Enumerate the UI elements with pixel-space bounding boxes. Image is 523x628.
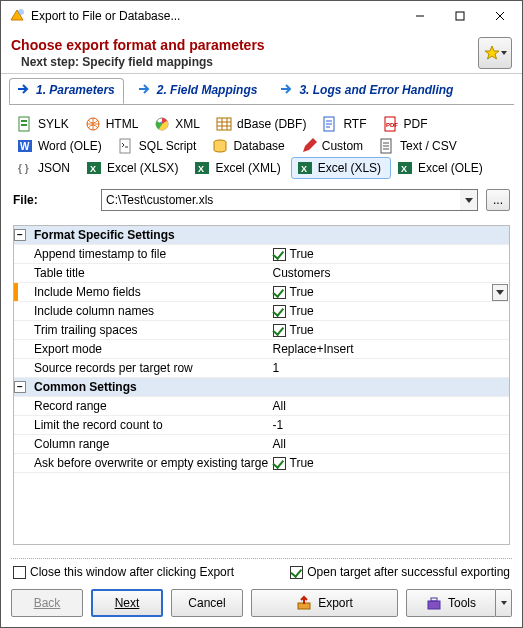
property-value[interactable]: True xyxy=(271,304,510,318)
tools-button[interactable]: Tools xyxy=(406,589,496,617)
svg-text:X: X xyxy=(198,164,204,174)
next-button[interactable]: Next xyxy=(91,589,163,617)
format-excel-xml[interactable]: XExcel (XML) xyxy=(188,157,290,179)
property-value[interactable]: True xyxy=(271,284,510,301)
property-row[interactable]: Source records per target row1 xyxy=(14,359,509,378)
checkbox-icon xyxy=(290,566,303,579)
property-row[interactable]: Ask before overwrite or empty existing t… xyxy=(14,454,509,473)
file-dropdown-button[interactable] xyxy=(460,189,478,211)
database-icon xyxy=(212,138,228,154)
property-grid: −Format Specific SettingsAppend timestam… xyxy=(13,225,510,545)
checkbox-icon xyxy=(273,286,286,299)
checkbox-icon xyxy=(13,566,26,579)
dropdown-button[interactable] xyxy=(492,284,508,301)
format-custom[interactable]: Custom xyxy=(295,135,373,157)
close-button[interactable] xyxy=(480,2,520,30)
tab-label: 2. Field Mappings xyxy=(157,83,258,97)
page-heading: Choose export format and parameters xyxy=(11,37,478,53)
tab-strip: 1. Parameters 2. Field Mappings 3. Logs … xyxy=(1,74,522,104)
doc-icon xyxy=(322,116,338,132)
format-html[interactable]: HTML xyxy=(79,113,149,135)
format-excel-xlsx[interactable]: XExcel (XLSX) xyxy=(80,157,188,179)
format-excel-xls[interactable]: XExcel (XLS) xyxy=(291,157,391,179)
next-step-text: Next step: Specify field mappings xyxy=(21,55,478,69)
format-database[interactable]: Database xyxy=(206,135,294,157)
property-row[interactable]: Limit the record count to-1 xyxy=(14,416,509,435)
word-icon: W xyxy=(17,138,33,154)
table-icon xyxy=(216,116,232,132)
property-value[interactable]: True xyxy=(271,323,510,337)
svg-text:PDF: PDF xyxy=(386,122,398,128)
tab-arrow-icon xyxy=(18,83,32,97)
collapse-icon[interactable]: − xyxy=(14,229,26,241)
property-name: Column range xyxy=(30,437,271,451)
checkbox-icon xyxy=(273,248,286,261)
section-title: Format Specific Settings xyxy=(30,228,509,242)
tab-arrow-icon xyxy=(139,83,153,97)
grid-body: −Format Specific SettingsAppend timestam… xyxy=(14,226,509,544)
property-value[interactable]: True xyxy=(271,247,510,261)
format-xml[interactable]: XML xyxy=(148,113,210,135)
format-rtf[interactable]: RTF xyxy=(316,113,376,135)
minimize-button[interactable] xyxy=(400,2,440,30)
bottom-options: Close this window after clicking Export … xyxy=(1,565,522,589)
grid-section-header: −Format Specific Settings xyxy=(14,226,509,245)
property-value[interactable]: Customers xyxy=(271,266,510,280)
tab-field-mappings[interactable]: 2. Field Mappings xyxy=(130,78,267,104)
property-name: Ask before overwrite or empty existing t… xyxy=(30,456,271,470)
maximize-button[interactable] xyxy=(440,2,480,30)
title-bar: Export to File or Database... xyxy=(1,1,522,31)
property-row[interactable]: Include column namesTrue xyxy=(14,302,509,321)
excel-icon: X xyxy=(297,160,313,176)
format-text-csv[interactable]: Text / CSV xyxy=(373,135,467,157)
property-name: Source records per target row xyxy=(30,361,271,375)
check-open-target[interactable]: Open target after successful exporting xyxy=(290,565,510,579)
property-row[interactable]: Append timestamp to fileTrue xyxy=(14,245,509,264)
checkbox-icon xyxy=(273,305,286,318)
property-name: Trim trailing spaces xyxy=(30,323,271,337)
collapse-icon[interactable]: − xyxy=(14,381,26,393)
property-value[interactable]: True xyxy=(271,456,510,470)
property-row[interactable]: Export modeReplace+Insert xyxy=(14,340,509,359)
export-icon xyxy=(296,595,312,611)
file-input[interactable] xyxy=(101,189,460,211)
property-name: Table title xyxy=(30,266,271,280)
property-row[interactable]: Trim trailing spacesTrue xyxy=(14,321,509,340)
format-json[interactable]: { }JSON xyxy=(11,157,80,179)
property-value[interactable]: Replace+Insert xyxy=(271,342,510,356)
tab-logs-errors[interactable]: 3. Logs and Error Handling xyxy=(272,78,462,104)
property-row[interactable]: Include Memo fieldsTrue xyxy=(14,283,509,302)
pencil-icon xyxy=(301,138,317,154)
checkbox-icon xyxy=(273,324,286,337)
property-value[interactable]: -1 xyxy=(271,418,510,432)
property-value[interactable]: All xyxy=(271,437,510,451)
format-sylk[interactable]: SYLK xyxy=(11,113,79,135)
svg-text:X: X xyxy=(401,164,407,174)
property-value[interactable]: All xyxy=(271,399,510,413)
export-button[interactable]: Export xyxy=(251,589,398,617)
format-word-ole[interactable]: WWord (OLE) xyxy=(11,135,112,157)
property-name: Append timestamp to file xyxy=(30,247,271,261)
favorites-button[interactable] xyxy=(478,37,512,69)
cancel-button[interactable]: Cancel xyxy=(171,589,243,617)
back-button[interactable]: Back xyxy=(11,589,83,617)
format-dbase[interactable]: dBase (DBF) xyxy=(210,113,316,135)
browse-button[interactable]: ... xyxy=(486,189,510,211)
check-close-after-export[interactable]: Close this window after clicking Export xyxy=(13,565,234,579)
svg-text:X: X xyxy=(301,164,307,174)
format-excel-ole[interactable]: XExcel (OLE) xyxy=(391,157,493,179)
property-value[interactable]: 1 xyxy=(271,361,510,375)
property-row[interactable]: Column rangeAll xyxy=(14,435,509,454)
property-row[interactable]: Record rangeAll xyxy=(14,397,509,416)
property-row[interactable]: Table titleCustomers xyxy=(14,264,509,283)
tab-label: 1. Parameters xyxy=(36,83,115,97)
file-label: File: xyxy=(13,193,93,207)
format-pdf[interactable]: PDFPDF xyxy=(377,113,438,135)
tab-content: SYLK HTML XML dBase (DBF) RTF PDFPDF WWo… xyxy=(9,104,514,550)
svg-rect-6 xyxy=(21,120,27,122)
format-sql-script[interactable]: SQL Script xyxy=(112,135,207,157)
star-icon xyxy=(484,45,500,61)
tools-dropdown[interactable] xyxy=(496,589,512,617)
tab-parameters[interactable]: 1. Parameters xyxy=(9,78,124,104)
svg-text:X: X xyxy=(90,164,96,174)
